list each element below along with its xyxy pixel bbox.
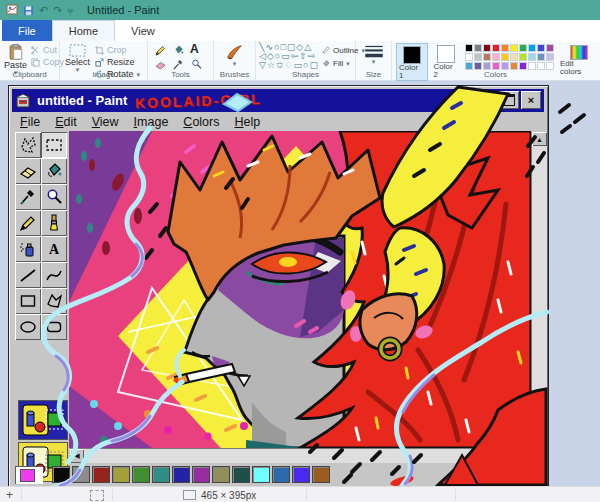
edit-colors-icon: [570, 45, 588, 60]
graffiti-text: KOOLAID-GIRL: [135, 90, 262, 110]
chevron-down-icon: ▾: [233, 61, 237, 66]
color-swatch: [72, 466, 90, 483]
color-swatch[interactable]: [501, 53, 509, 61]
color-swatch[interactable]: [546, 44, 554, 52]
canvas-workarea[interactable]: untitled - Paint KOOLAID-GIRL _ × File E…: [0, 80, 600, 486]
undo-icon[interactable]: ↶: [39, 4, 48, 17]
painted-tool-options-1: [18, 400, 68, 440]
tab-file[interactable]: File: [2, 20, 52, 41]
shapes-gallery[interactable]: ╲∿○□▢◇△ ◁◇○▭⇦⇧⇨ ▽☆✩♢▭○▢: [259, 43, 319, 70]
color-swatch[interactable]: [501, 44, 509, 52]
group-image: Select ▾ Crop Resize Rotate ▾: [60, 41, 148, 80]
eyedropper-tool-button[interactable]: [172, 57, 190, 71]
size-button[interactable]: ▾: [356, 41, 391, 64]
group-colors: Color 1 Color 2 Edit colors Colors: [392, 41, 599, 80]
color-swatch: [92, 466, 110, 483]
scroll-down-icon: ▼: [532, 435, 547, 449]
size-icon: [364, 45, 384, 59]
color-swatch[interactable]: [528, 53, 536, 61]
painted-horizontal-scrollbar: ◀ ▶: [70, 449, 532, 463]
eraser-tool-button[interactable]: [154, 57, 172, 71]
cursor-position-icon: +: [6, 488, 13, 502]
color-swatch: [312, 466, 330, 483]
painted-inner-canvas[interactable]: [70, 132, 532, 449]
redo-icon[interactable]: ↷: [53, 4, 62, 17]
chevron-down-icon: ▾: [372, 59, 376, 64]
color-swatch[interactable]: [474, 53, 482, 61]
shape-row-3: ▽☆✩♢▭○▢: [259, 61, 319, 70]
statusbar-separator: [455, 489, 456, 501]
fill-bucket-icon: [172, 44, 185, 57]
pencil-tool-button[interactable]: [154, 43, 172, 57]
crop-icon: [95, 46, 104, 55]
fill-tool-button[interactable]: [172, 43, 190, 57]
crop-button[interactable]: Crop: [95, 45, 140, 55]
color-swatch: [132, 466, 150, 483]
color-swatch[interactable]: [492, 53, 500, 61]
color-swatch[interactable]: [510, 53, 518, 61]
painted-titlebar: untitled - Paint KOOLAID-GIRL _ ×: [12, 89, 544, 112]
color-swatch: [52, 466, 70, 483]
color-swatch[interactable]: [537, 53, 545, 61]
quick-access-toolbar: ↶ ↷ ╤: [0, 4, 73, 17]
color-swatch[interactable]: [528, 62, 536, 70]
painted-menu-colors: Colors: [183, 115, 219, 129]
select-icon: [69, 44, 86, 57]
color-swatch[interactable]: [465, 53, 473, 61]
color-swatch[interactable]: [510, 44, 518, 52]
color-swatch: [232, 466, 250, 483]
save-icon[interactable]: [23, 5, 34, 16]
resize-button[interactable]: Resize: [95, 57, 140, 67]
painted-freeform-select-tool: [15, 132, 41, 158]
color-swatch[interactable]: [510, 62, 518, 70]
color-swatch[interactable]: [537, 62, 545, 70]
image-size-icon: [183, 490, 196, 500]
group-brushes: ▾ Brushes: [214, 41, 256, 80]
color-swatch[interactable]: [501, 62, 509, 70]
color-swatch[interactable]: [546, 62, 554, 70]
statusbar-separator: [112, 489, 113, 501]
ribbon-tabbar: File Home View: [0, 20, 600, 42]
group-label-clipboard: Clipboard: [0, 70, 59, 79]
tab-home[interactable]: Home: [52, 20, 115, 41]
tab-view[interactable]: View: [115, 20, 171, 41]
color-swatch[interactable]: [465, 44, 473, 52]
color-swatch[interactable]: [483, 44, 491, 52]
app-title: Untitled - Paint: [87, 4, 159, 16]
paint-app-icon: [6, 4, 18, 16]
drawing-canvas[interactable]: untitled - Paint KOOLAID-GIRL _ × File E…: [8, 85, 549, 488]
painted-swatch-row: [52, 466, 332, 483]
color-swatch[interactable]: [519, 62, 527, 70]
group-size: ▾ Size: [356, 41, 392, 80]
painted-minimize-button: _: [477, 91, 497, 109]
group-tools: A Tools: [148, 41, 214, 80]
brushes-button[interactable]: ▾: [214, 41, 255, 66]
color-swatch[interactable]: [528, 44, 536, 52]
text-tool-button[interactable]: A: [190, 43, 208, 57]
color-swatch[interactable]: [546, 53, 554, 61]
outline-icon: [322, 46, 330, 54]
painted-maximize-button: [499, 91, 519, 109]
statusbar-separator: [306, 489, 307, 501]
color-swatch[interactable]: [474, 62, 482, 70]
color-swatch[interactable]: [492, 62, 500, 70]
painted-menu-view: View: [92, 115, 119, 129]
copy-icon: [31, 58, 40, 67]
group-label-colors: Colors: [392, 70, 599, 79]
painted-rounded-rect-tool: [41, 314, 67, 340]
color-swatch[interactable]: [492, 44, 500, 52]
qat-chevron-icon[interactable]: ╤: [67, 6, 73, 15]
color-swatch[interactable]: [483, 53, 491, 61]
color-swatch[interactable]: [483, 62, 491, 70]
magnifier-tool-button[interactable]: [190, 57, 208, 71]
painted-select-tool: [41, 132, 67, 158]
painted-close-button: ×: [521, 91, 541, 109]
color-swatch[interactable]: [537, 44, 545, 52]
color-swatch[interactable]: [519, 44, 527, 52]
color1-swatch: [403, 46, 421, 64]
color-swatch[interactable]: [519, 53, 527, 61]
palette-row-3: [465, 62, 554, 70]
color-swatch[interactable]: [465, 62, 473, 70]
painted-menu-file: File: [20, 115, 40, 129]
color-swatch[interactable]: [474, 44, 482, 52]
